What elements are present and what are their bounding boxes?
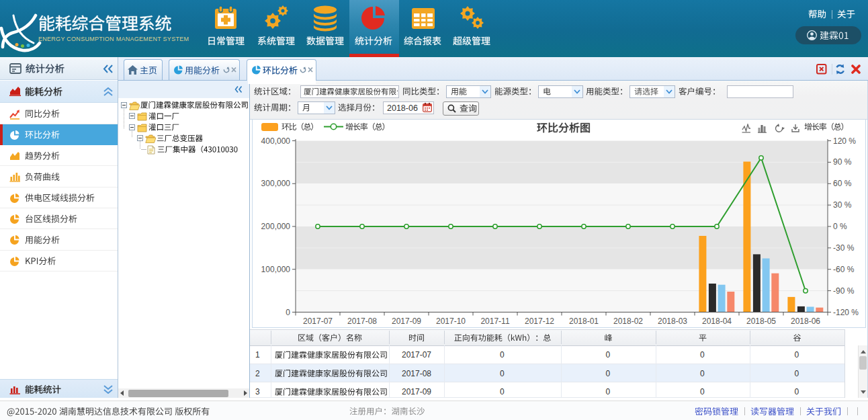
svg-text:90 %: 90 % [833,157,852,167]
svg-text:2018-01: 2018-01 [569,317,599,326]
svg-text:120 %: 120 % [833,136,856,146]
svg-text:2017-07: 2017-07 [303,317,333,326]
svg-text:2017-09: 2017-09 [392,317,421,326]
svg-text:300,000: 300,000 [261,179,291,188]
svg-text:2018-02: 2018-02 [613,317,643,326]
svg-text:0: 0 [286,308,290,317]
svg-text:2018-05: 2018-05 [746,317,776,326]
svg-text:2017-10: 2017-10 [436,317,466,326]
svg-text:2018-03: 2018-03 [658,317,687,326]
svg-text:2017-08: 2017-08 [347,317,377,326]
svg-text:100,000: 100,000 [261,265,291,274]
svg-text:-90 %: -90 % [833,286,855,296]
svg-text:2018-04: 2018-04 [702,317,732,326]
svg-text:-30 %: -30 % [833,243,855,253]
svg-text:-120 %: -120 % [833,308,859,317]
svg-text:60 %: 60 % [833,179,852,188]
svg-text:2017-12: 2017-12 [525,317,554,326]
svg-text:2017-11: 2017-11 [480,317,509,326]
svg-text:2018-06: 2018-06 [791,317,820,326]
svg-text:400,000: 400,000 [261,136,291,146]
svg-text:30 %: 30 % [833,200,852,210]
svg-text:0 %: 0 % [833,222,847,231]
svg-text:-60 %: -60 % [833,265,855,274]
svg-text:200,000: 200,000 [261,222,291,231]
